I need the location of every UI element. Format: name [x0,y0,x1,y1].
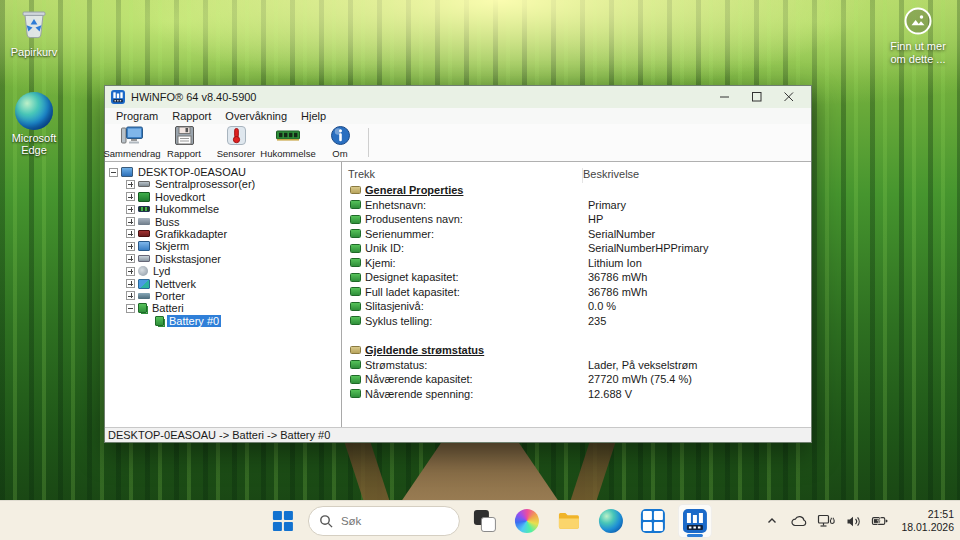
toolbar-label: Rapport [167,148,201,159]
spotlight-line2: om dette ... [882,53,954,66]
property-row[interactable]: Syklus telling: 235 [348,314,811,329]
tree-item-display[interactable]: Skjerm [105,240,341,252]
toolbar-about-button[interactable]: Om [314,124,366,161]
desktop-icon-edge[interactable]: Microsoft Edge [2,92,66,156]
gpu-icon [138,230,150,237]
column-header-beskrivelse[interactable]: Beskrivelse [582,168,811,183]
toolbar-report-button[interactable]: Rapport [158,124,210,161]
task-view-button[interactable] [468,504,502,538]
tray-overflow-chevron-icon[interactable] [763,509,781,533]
expand-icon[interactable] [126,279,135,288]
status-bar: DESKTOP-0EASOAU -> Batteri -> Battery #0 [105,427,811,442]
property-row[interactable]: Full ladet kapasitet: 36786 mWh [348,285,811,300]
memory-ram-icon [276,126,300,147]
section-title: General Properties [365,184,463,196]
expand-icon[interactable] [126,205,135,214]
property-row[interactable]: Serienummer: SerialNumber [348,227,811,242]
collapse-icon[interactable] [126,304,135,313]
tree-item-memory[interactable]: Hukommelse [105,203,341,215]
taskbar-search[interactable] [308,506,460,536]
spotlight-line1: Finn ut mer [882,40,954,53]
edge-button[interactable] [594,504,628,538]
expand-icon[interactable] [126,192,135,201]
expand-icon[interactable] [126,254,135,263]
battery-property-icon [350,302,361,311]
tree-item-battery-0[interactable]: Battery #0 [105,315,341,327]
battery-property-icon [350,229,361,238]
minimize-button[interactable] [709,87,741,107]
tree-item-gpu[interactable]: Grafikkadapter [105,228,341,240]
property-row[interactable]: Designet kapasitet: 36786 mWh [348,270,811,285]
tree-item-computer[interactable]: DESKTOP-0EASOAU [105,166,341,178]
tree-item-network[interactable]: Nettverk [105,278,341,290]
close-button[interactable] [773,87,805,107]
spotlight-hint[interactable]: Finn ut mer om dette ... [882,6,954,66]
battery-property-icon [350,287,361,296]
battery-property-icon [350,273,361,282]
copilot-button[interactable] [510,504,544,538]
volume-icon[interactable] [844,509,862,533]
hwinfo-taskbar-button[interactable] [678,504,712,538]
status-breadcrumb: DESKTOP-0EASOAU -> Batteri -> Battery #0 [108,429,330,441]
desktop-icon-recycle-bin[interactable]: Papirkurv [2,4,66,58]
tree-item-drives[interactable]: Diskstasjoner [105,253,341,265]
search-input[interactable] [341,515,441,527]
toolbar-memory-button[interactable]: Hukommelse [262,124,314,161]
window-titlebar[interactable]: HWiNFO® 64 v8.40-5900 [105,86,811,108]
onedrive-cloud-icon[interactable] [790,509,808,533]
property-row[interactable]: Nåværende kapasitet: 27720 mWh (75.4 %) [348,372,811,387]
section-header-row[interactable]: Gjeldende strømstatus [348,343,811,358]
section-gap [348,328,811,343]
taskbar-center [266,501,712,540]
file-explorer-button[interactable] [552,504,586,538]
column-header-trekk[interactable]: Trekk [348,168,584,183]
property-row[interactable]: Kjemi: Lithium Ion [348,256,811,271]
collapse-icon[interactable] [109,168,118,177]
expand-icon[interactable] [126,217,135,226]
tree-item-bus[interactable]: Buss [105,216,341,228]
section-title: Gjeldende strømstatus [365,344,484,356]
property-row[interactable]: Slitasjenivå: 0.0 % [348,299,811,314]
property-row[interactable]: Strømstatus: Lader, På vekselstrøm [348,358,811,373]
property-row[interactable]: Unik ID: SerialNumberHPPrimary [348,241,811,256]
expand-icon[interactable] [126,267,135,276]
toolbar-sensors-button[interactable]: Sensorer [210,124,262,161]
property-row[interactable]: Nåværende spenning: 12.688 V [348,387,811,402]
tree-leaf-spacer [143,316,152,325]
menu-program[interactable]: Program [109,110,165,122]
network-icon[interactable] [817,509,835,533]
menu-overvakning[interactable]: Overvåkning [218,110,294,122]
expand-icon[interactable] [126,180,135,189]
folder-icon [557,509,581,533]
section-header-row[interactable]: General Properties [348,183,811,198]
tree-item-audio[interactable]: Lyd [105,265,341,277]
window-title: HWiNFO® 64 v8.40-5900 [131,91,709,103]
toolbar-label: Sammendrag [103,148,160,159]
expand-icon[interactable] [126,291,135,300]
hwinfo-window: HWiNFO® 64 v8.40-5900 Program Rapport Ov… [104,85,812,443]
menu-rapport[interactable]: Rapport [165,110,218,122]
section-icon [350,186,361,194]
start-button[interactable] [266,504,300,538]
tray-clock[interactable]: 21:51 18.01.2026 [898,508,954,534]
toolbar-summary-button[interactable]: Sammendrag [106,124,158,161]
maximize-button[interactable] [741,87,773,107]
expand-icon[interactable] [126,242,135,251]
summary-monitor-icon [121,126,143,147]
hwinfo-app-icon [683,509,707,533]
expand-icon[interactable] [126,229,135,238]
search-icon [319,514,334,529]
tree-item-battery[interactable]: Batteri [105,302,341,314]
desktop: Papirkurv Microsoft Edge Finn ut mer om … [0,0,960,540]
property-row[interactable]: Produsentens navn: HP [348,212,811,227]
toolbar-label: Sensorer [217,148,256,159]
battery-charging-icon[interactable] [871,509,889,533]
tree-item-ports[interactable]: Porter [105,290,341,302]
property-row[interactable]: Enhetsnavn: Primary [348,198,811,213]
tree-item-motherboard[interactable]: Hovedkort [105,191,341,203]
tree-item-cpu[interactable]: Sentralprosessor(er) [105,178,341,190]
bus-icon [138,218,150,225]
menu-hjelp[interactable]: Hjelp [294,110,333,122]
microsoft-store-button[interactable] [636,504,670,538]
battery-property-icon [350,316,361,325]
